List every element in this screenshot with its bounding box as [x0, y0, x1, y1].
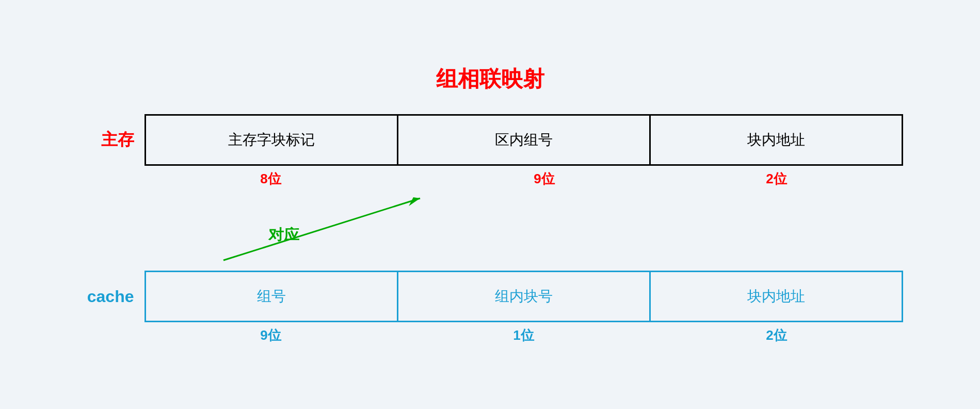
- main-memory-cell-addr: 块内地址: [651, 116, 902, 164]
- main-memory-label: 主存: [77, 129, 144, 151]
- svg-text:对应: 对应: [268, 226, 300, 243]
- svg-line-0: [223, 198, 420, 260]
- cache-cell-block-no: 组内块号: [398, 272, 651, 321]
- correspondence-arrow: 对应: [77, 188, 903, 271]
- cache-cell-group-no: 组号: [146, 272, 398, 321]
- main-container: 组相联映射 主存 主存字块标记 区内组号 块内地址 8位 9位 2位: [77, 65, 903, 344]
- cache-bits-row: 9位 1位 2位: [77, 322, 903, 344]
- cache-row: cache 组号 组内块号 块内地址: [77, 271, 903, 322]
- cache-bit-1: 1位: [397, 322, 650, 344]
- main-memory-cell-tag: 主存字块标记: [146, 116, 398, 164]
- main-memory-cell-group: 区内组号: [398, 116, 651, 164]
- main-memory-bit-2: 2位: [650, 166, 903, 188]
- page-title: 组相联映射: [436, 65, 544, 93]
- main-memory-bits-row: 8位 9位 2位: [77, 166, 903, 188]
- main-memory-row: 主存 主存字块标记 区内组号 块内地址: [77, 114, 903, 166]
- main-memory-table: 主存字块标记 区内组号 块内地址: [144, 114, 903, 166]
- diagram-area: 主存 主存字块标记 区内组号 块内地址 8位 9位 2位 对应: [77, 114, 903, 344]
- arrow-area: 对应: [77, 188, 903, 271]
- cache-bit-2: 2位: [650, 322, 903, 344]
- main-memory-bit-1: 9位: [418, 166, 671, 188]
- cache-cell-addr: 块内地址: [651, 272, 902, 321]
- cache-table: 组号 组内块号 块内地址: [144, 271, 903, 322]
- cache-label: cache: [77, 287, 144, 306]
- main-memory-bit-0: 8位: [144, 166, 397, 188]
- cache-bit-0: 9位: [144, 322, 397, 344]
